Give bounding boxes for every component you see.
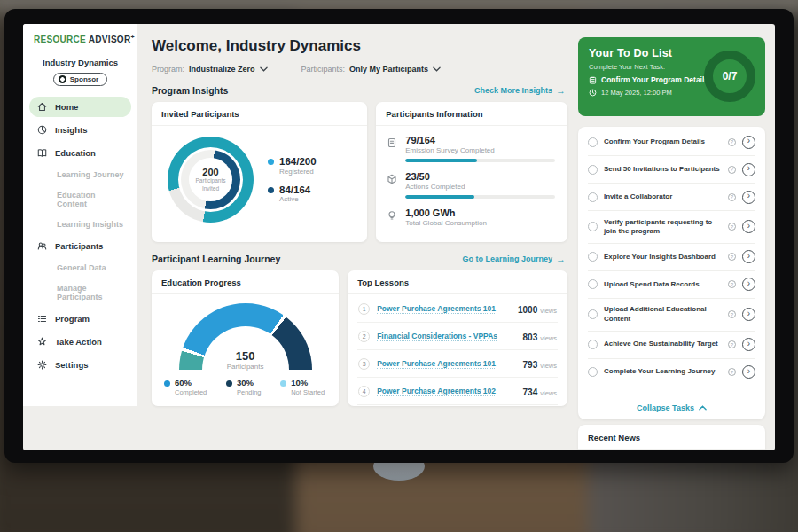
task-checkbox[interactable] [588, 279, 598, 289]
todo-task-row: Upload Spend Data Records?› [588, 271, 755, 299]
collapse-tasks-link[interactable]: Collapse Tasks [588, 397, 755, 414]
task-checkbox[interactable] [588, 367, 598, 377]
task-checkbox[interactable] [588, 222, 598, 231]
sidebar-item-label: Learning Journey [57, 170, 124, 179]
legend-percent: 60% [175, 379, 207, 388]
task-chevron-right-button[interactable]: › [742, 136, 755, 149]
sidebar-item-program[interactable]: Program [29, 309, 131, 329]
task-checkbox[interactable] [588, 165, 598, 175]
todo-header-card: Your To Do List Complete Your Next Task:… [578, 37, 765, 116]
sidebar-item-home[interactable]: Home [29, 97, 131, 117]
page-title: Welcome, Industry Dynamics [152, 37, 567, 55]
program-filter-dropdown[interactable]: Program: Industrialize Zero [152, 65, 268, 74]
sidebar-item-education-content[interactable]: Education Content [29, 186, 131, 213]
help-icon[interactable]: ? [728, 223, 736, 231]
sidebar-item-label: Education Content [57, 191, 126, 208]
task-checkbox[interactable] [588, 192, 598, 202]
participants-filter-dropdown[interactable]: Participants: Only My Participants [301, 65, 442, 74]
todo-task-row: Invite a Collaborator?› [588, 184, 755, 211]
todo-list-card: Confirm Your Program Details?›Send 50 In… [578, 127, 765, 419]
help-icon[interactable]: ? [728, 280, 736, 288]
sidebar-item-take-action[interactable]: Take Action [29, 332, 131, 352]
go-to-learning-journey-link[interactable]: Go to Learning Journey → [462, 254, 566, 263]
sidebar-divider [23, 51, 137, 51]
task-label: Invite a Collaborator [604, 192, 722, 201]
help-icon[interactable]: ? [728, 310, 736, 318]
lesson-views-value: 793 [523, 360, 538, 370]
clock-icon [589, 89, 597, 97]
stat-body: 1,000 GWhTotal Global Consumption [405, 207, 555, 227]
clipboard-icon [589, 76, 597, 84]
lesson-link[interactable]: Financial Considerations - VPPAs [377, 332, 515, 340]
task-checkbox[interactable] [588, 137, 598, 147]
help-icon[interactable]: ? [728, 138, 736, 146]
lesson-views-value: 1000 [518, 305, 537, 315]
task-chevron-right-button[interactable]: › [742, 163, 755, 176]
task-chevron-right-button[interactable]: › [742, 365, 755, 379]
help-icon[interactable]: ? [728, 193, 736, 201]
todo-task-row: Explore Your Insights Dashboard?› [588, 244, 755, 271]
sidebar-item-general-data[interactable]: General Data [29, 259, 131, 277]
education-icon [36, 147, 48, 159]
help-icon[interactable]: ? [728, 368, 736, 376]
lesson-row: 1Power Purchase Agreements 1011000views [357, 295, 558, 323]
stat-body: 79/164Emission Survey Completed [405, 135, 555, 162]
todo-task-row: Send 50 Invitations to Participants?› [588, 156, 755, 184]
sidebar-item-learning-journey[interactable]: Learning Journey [29, 166, 131, 184]
legend-text: 30%Pending [237, 379, 262, 396]
sidebar-nav: HomeInsightsEducationLearning JourneyEdu… [23, 97, 137, 375]
task-checkbox[interactable] [588, 252, 598, 262]
sidebar-item-label: Manage Participants [57, 284, 126, 301]
check-more-insights-link[interactable]: Check More Insights → [474, 86, 566, 95]
help-icon[interactable]: ? [728, 340, 736, 348]
participants-filter-value: Only My Participants [349, 65, 428, 74]
lesson-row: 4Power Purchase Agreements 102734views [357, 378, 558, 405]
task-chevron-right-button[interactable]: › [742, 308, 755, 321]
sidebar-item-education[interactable]: Education [29, 143, 131, 163]
sidebar-item-settings[interactable]: Settings [29, 355, 131, 375]
sidebar-item-label: General Data [57, 263, 106, 272]
sidebar-item-participants[interactable]: Participants [29, 236, 131, 256]
help-icon[interactable]: ? [728, 166, 736, 174]
lesson-row: 2Financial Considerations - VPPAs803view… [357, 323, 558, 350]
task-label: Upload Additional Educational Content [604, 305, 722, 324]
legend-dot-icon [226, 380, 232, 387]
donut-center-value: 200 [202, 167, 218, 177]
task-checkbox[interactable] [588, 309, 598, 319]
lesson-views: 803views [523, 328, 557, 344]
task-chevron-right-button[interactable]: › [742, 191, 755, 204]
lesson-link[interactable]: Power Purchase Agreements 102 [377, 387, 515, 395]
sidebar-item-label: Insights [55, 125, 87, 135]
donut-legend-item: 164/200Registered [268, 156, 317, 176]
participants-stats: 79/164Emission Survey Completed23/50Acti… [376, 126, 567, 227]
legend-dot-icon [164, 380, 170, 387]
sidebar-item-insights[interactable]: Insights [29, 120, 131, 140]
task-chevron-right-button[interactable]: › [742, 338, 755, 351]
legend-value: 84/164 [279, 184, 310, 196]
help-icon[interactable]: ? [728, 253, 736, 261]
progress-bar [405, 195, 555, 199]
stat-label: Actions Completed [405, 183, 555, 191]
lesson-link[interactable]: Power Purchase Agreements 101 [377, 304, 511, 313]
task-label: Explore Your Insights Dashboard [604, 253, 722, 262]
todo-progress-ring: 0/7 [704, 51, 755, 102]
task-chevron-right-button[interactable]: › [742, 220, 755, 233]
sidebar-item-label: Program [55, 314, 90, 324]
insights-cards-row: Invited Participants 200 Participants In… [152, 102, 567, 242]
sidebar-item-manage-participants[interactable]: Manage Participants [29, 279, 131, 306]
sponsor-icon [59, 75, 66, 83]
sidebar-item-learning-insights[interactable]: Learning Insights [29, 215, 131, 233]
task-chevron-right-button[interactable]: › [742, 278, 755, 291]
task-checkbox[interactable] [588, 340, 598, 349]
legend-text: 84/164Active [279, 184, 310, 204]
stat-value: 79/164 [405, 135, 555, 145]
lesson-views-suffix: views [540, 389, 557, 397]
program-icon [36, 313, 48, 325]
lesson-link[interactable]: Power Purchase Agreements 101 [377, 359, 515, 368]
actions-icon [386, 173, 398, 185]
monitor-bezel: RESOURCE ADVISOR+ Industry Dynamics Spon… [4, 9, 794, 463]
task-chevron-right-button[interactable]: › [742, 250, 755, 263]
insights-icon [36, 124, 48, 136]
education-progress-card: Education Progress 150 Participants 60%C… [152, 270, 339, 406]
lesson-views: 734views [523, 383, 557, 399]
